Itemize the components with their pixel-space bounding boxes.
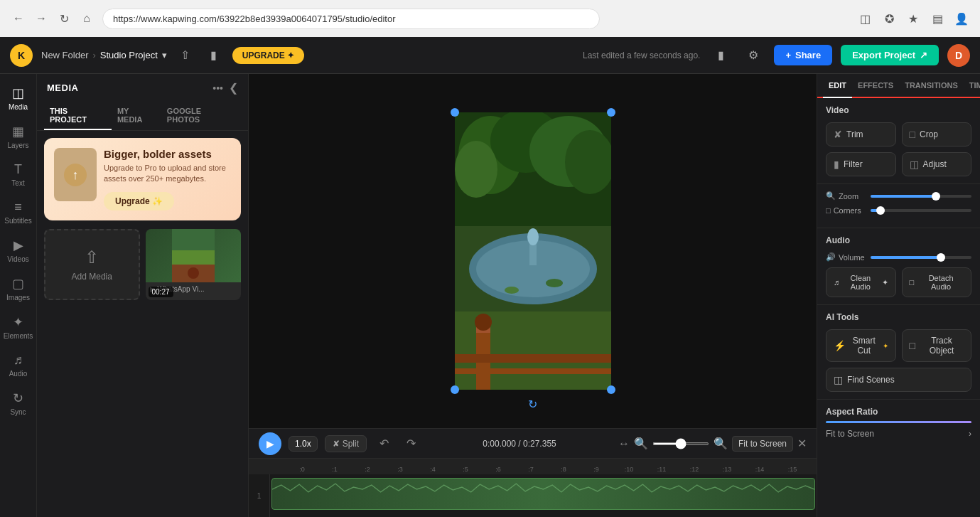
track-clip[interactable] xyxy=(271,478,815,510)
trim-button[interactable]: ✘ Trim xyxy=(826,122,896,146)
play-button[interactable]: ▶ xyxy=(259,432,281,455)
extensions-icon[interactable]: ◫ xyxy=(855,9,875,28)
sidebar-label-audio: Audio xyxy=(9,370,28,378)
sidebar-item-elements[interactable]: ✦ Elements xyxy=(1,309,36,346)
zoom-out-icon[interactable]: 🔍 xyxy=(634,437,648,450)
canvas-container[interactable]: ↻ xyxy=(249,74,817,428)
volume-slider-thumb[interactable] xyxy=(937,253,945,262)
audio-icon: ♬ xyxy=(14,353,23,368)
volume-slider-track[interactable] xyxy=(871,256,971,259)
upload-button[interactable]: ⇧ xyxy=(176,46,195,65)
account-icon[interactable]: 👤 xyxy=(952,9,971,28)
export-button[interactable]: Export Project ↗ xyxy=(841,45,939,65)
zoom-in-icon[interactable]: 🔍 xyxy=(714,437,728,450)
sidebar-item-subtitles[interactable]: ≡ Subtitles xyxy=(1,194,36,230)
fit-to-screen-option[interactable]: Fit to Screen › xyxy=(826,423,971,444)
refresh-button[interactable]: ↻ xyxy=(54,9,74,28)
settings-button[interactable]: ⚙ xyxy=(741,43,765,68)
favorites-icon[interactable]: ★ xyxy=(903,9,923,28)
zoom-slider[interactable] xyxy=(652,442,709,445)
browser-actions: ◫ ✪ ★ ▤ 👤 xyxy=(855,9,971,28)
breadcrumb: New Folder › Studio Project ▾ xyxy=(41,50,167,60)
tab-google-photos[interactable]: GOOGLE PHOTOS xyxy=(161,102,241,130)
crop-handle-bottom-left[interactable] xyxy=(451,385,459,394)
sidebar-item-text[interactable]: T Text xyxy=(1,156,36,193)
tab-effects[interactable]: EFFECTS xyxy=(852,74,899,98)
profile-icon[interactable]: ✪ xyxy=(879,9,899,28)
add-media-button[interactable]: ⇧ Add Media xyxy=(44,229,140,300)
app-logo[interactable]: K xyxy=(10,44,33,67)
export-icon: ↗ xyxy=(920,50,927,60)
breadcrumb-parent[interactable]: New Folder xyxy=(41,50,88,60)
share-button[interactable]: + Share xyxy=(774,45,832,65)
back-button[interactable]: ← xyxy=(9,9,28,28)
crop-label: Crop xyxy=(920,129,938,139)
zoom-to-fit-icon[interactable]: ↔ xyxy=(618,437,630,450)
clean-audio-button[interactable]: ♬ Clean Audio ✦ xyxy=(826,267,896,297)
track-content[interactable] xyxy=(270,474,817,513)
track-object-button[interactable]: □ Track Object xyxy=(902,329,972,362)
crop-handle-top-left[interactable] xyxy=(451,108,459,117)
upgrade-card-button[interactable]: Upgrade ✨ xyxy=(104,192,174,210)
sidebar-item-media[interactable]: ◫ Media xyxy=(1,80,36,117)
video-preview[interactable]: ↻ xyxy=(455,112,611,390)
undo-button[interactable]: ↶ xyxy=(374,434,394,454)
ai-tools-section: AI Tools ⚡ Smart Cut ✦ □ Track Object ◫ xyxy=(817,305,980,400)
forward-button[interactable]: → xyxy=(31,9,51,28)
filter-button[interactable]: ▮ Filter xyxy=(826,152,896,176)
crop-button[interactable]: □ Crop xyxy=(902,122,972,146)
fit-to-screen-button[interactable]: Fit to Screen xyxy=(732,436,793,452)
upgrade-button[interactable]: UPGRADE ✦ xyxy=(232,47,304,64)
detach-audio-label: Detach Audio xyxy=(918,274,964,291)
redo-button[interactable]: ↷ xyxy=(401,434,421,454)
detach-audio-button[interactable]: □ Detach Audio xyxy=(902,267,972,297)
video-section: Video ✘ Trim □ Crop ▮ Filter ◫ xyxy=(817,98,980,184)
sidebar-item-images[interactable]: ▢ Images xyxy=(1,270,36,307)
svg-rect-4 xyxy=(172,250,215,265)
find-scenes-button[interactable]: ◫ Find Scenes xyxy=(826,368,971,392)
clean-audio-sparkle: ✦ xyxy=(882,278,888,287)
tab-my-media[interactable]: MY MEDIA xyxy=(112,102,161,130)
captions-button[interactable]: ▮ xyxy=(709,43,733,68)
crop-handle-top-right[interactable] xyxy=(607,108,615,117)
collections-icon[interactable]: ▤ xyxy=(927,9,947,28)
media-panel-close-button[interactable]: ❮ xyxy=(229,81,238,95)
zoom-label: 🔍 Zoom xyxy=(826,191,865,201)
corners-slider-thumb[interactable] xyxy=(876,206,885,215)
zoom-slider-thumb[interactable] xyxy=(932,192,940,201)
ruler-mark: :5 xyxy=(449,466,482,473)
split-button[interactable]: ✘ Split xyxy=(325,435,367,452)
screen-record-button[interactable]: ▮ xyxy=(204,46,224,65)
media-panel: MEDIA ••• ❮ THIS PROJECT MY MEDIA GOOGLE… xyxy=(37,74,249,517)
sidebar-item-sync[interactable]: ↻ Sync xyxy=(1,385,36,422)
volume-slider-row: 🔊 Volume xyxy=(826,252,971,262)
crop-handle-bottom-right[interactable] xyxy=(607,385,615,394)
sidebar-icons: ◫ Media ▦ Layers T Text ≡ Subtitles ▶ Vi… xyxy=(0,74,37,517)
breadcrumb-current[interactable]: Studio Project xyxy=(100,50,158,60)
sidebar-item-layers[interactable]: ▦ Layers xyxy=(1,118,36,155)
tab-edit[interactable]: EDIT xyxy=(823,74,852,98)
zoom-icon: 🔍 xyxy=(826,191,836,201)
video-media-item[interactable]: 00:27 ▶ WhatsApp Vi... xyxy=(146,229,242,300)
timecode-total: 0:27.355 xyxy=(523,439,556,449)
media-more-icon[interactable]: ••• xyxy=(212,82,223,94)
tab-timing[interactable]: TIMING xyxy=(964,74,980,98)
address-bar[interactable]: https://www.kapwing.com/63922b8ed3939a00… xyxy=(102,9,600,29)
speed-select[interactable]: 1.0x xyxy=(289,436,318,452)
smart-cut-button[interactable]: ⚡ Smart Cut ✦ xyxy=(826,329,896,362)
sidebar-item-audio[interactable]: ♬ Audio xyxy=(1,347,36,383)
track-label: 1 xyxy=(249,474,270,517)
home-button[interactable]: ⌂ xyxy=(77,9,97,28)
adjust-button[interactable]: ◫ Adjust xyxy=(902,152,972,176)
tab-transitions[interactable]: TRANSITIONS xyxy=(899,74,964,98)
user-avatar[interactable]: D xyxy=(947,44,970,67)
corners-slider-track[interactable] xyxy=(871,209,971,212)
close-zoom-button[interactable]: ✕ xyxy=(797,437,807,450)
zoom-slider-track[interactable] xyxy=(871,195,971,198)
chevron-down-icon[interactable]: ▾ xyxy=(162,50,167,60)
rotate-handle[interactable]: ↻ xyxy=(526,397,540,411)
fit-screen-label: Fit to Screen xyxy=(826,429,874,439)
sidebar-item-videos[interactable]: ▶ Videos xyxy=(1,232,36,269)
tab-this-project[interactable]: THIS PROJECT xyxy=(44,102,112,130)
find-scenes-row: ◫ Find Scenes xyxy=(826,368,971,392)
